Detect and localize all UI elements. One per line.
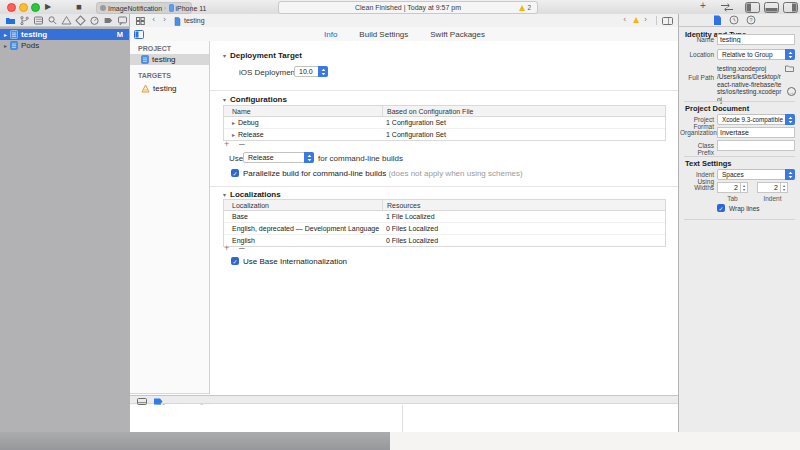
navigator-item-testing[interactable]: ▸ testing M bbox=[0, 29, 129, 40]
warning-badge[interactable]: 2 bbox=[519, 4, 531, 11]
add-localization-button[interactable]: + bbox=[224, 244, 229, 253]
disclosure-icon[interactable]: ▸ bbox=[4, 42, 7, 49]
remove-configuration-button[interactable]: − bbox=[238, 140, 246, 149]
targets-header: TARGETS bbox=[138, 72, 171, 79]
tab-swift-packages[interactable]: Swift Packages bbox=[430, 30, 485, 39]
disclosure-icon[interactable]: ▾ bbox=[223, 191, 226, 198]
debug-navigator-icon[interactable] bbox=[89, 15, 100, 26]
disclosure-icon[interactable]: ▸ bbox=[4, 31, 7, 38]
disclosure-icon[interactable]: ▸ bbox=[232, 119, 235, 126]
breakpoints-toggle-icon[interactable] bbox=[153, 398, 163, 405]
remove-localization-button[interactable]: − bbox=[238, 244, 246, 253]
project-item-testing[interactable]: testing bbox=[130, 54, 209, 65]
issue-warning-icon[interactable] bbox=[633, 17, 639, 23]
breakpoint-navigator-icon[interactable] bbox=[103, 15, 114, 26]
desktop-background-left bbox=[0, 432, 390, 450]
table-row[interactable]: English, deprecated — Development Langua… bbox=[224, 223, 665, 235]
toggle-navigator-button[interactable] bbox=[745, 2, 760, 13]
jump-bar-file[interactable]: testing bbox=[184, 17, 205, 24]
zoom-window-button[interactable] bbox=[31, 3, 40, 12]
target-item-testing[interactable]: testing bbox=[130, 83, 209, 94]
forward-button[interactable]: › bbox=[163, 14, 166, 26]
parallelize-checkbox[interactable]: ✓ bbox=[231, 169, 239, 177]
tab-width-stepper[interactable]: 2 ▴▾ bbox=[717, 182, 748, 193]
command-line-config-dropdown[interactable]: Release bbox=[243, 152, 314, 163]
history-inspector-icon[interactable] bbox=[729, 15, 739, 25]
folder-reveal-icon[interactable] bbox=[785, 64, 794, 72]
project-navigator-icon[interactable] bbox=[5, 15, 16, 26]
report-navigator-icon[interactable] bbox=[117, 15, 128, 26]
device-icon bbox=[169, 4, 174, 12]
wrap-lines-checkbox[interactable]: ✓ bbox=[717, 204, 725, 212]
find-navigator-icon[interactable] bbox=[47, 15, 58, 26]
file-inspector-icon[interactable] bbox=[713, 15, 722, 26]
dropdown-value: Spaces bbox=[722, 171, 744, 178]
localization-resources: 1 File Localized bbox=[382, 213, 665, 220]
indent-width-stepper[interactable]: 2 ▴▾ bbox=[757, 182, 788, 193]
previous-issue-button[interactable]: ‹ bbox=[623, 14, 626, 26]
stepper-arrows-icon[interactable]: ▴▾ bbox=[781, 182, 788, 193]
reveal-arrow-icon[interactable]: → bbox=[787, 87, 796, 96]
table-header: Name Based on Configuration File bbox=[224, 106, 665, 117]
tab-build-settings[interactable]: Build Settings bbox=[359, 30, 408, 39]
class-prefix-field[interactable] bbox=[717, 140, 795, 151]
project-format-dropdown[interactable]: Xcode 9.3-compatible bbox=[717, 114, 795, 125]
debug-console-pane[interactable] bbox=[403, 405, 679, 432]
stop-button[interactable]: ◼ bbox=[76, 2, 82, 12]
widths-label: Widths bbox=[680, 184, 714, 191]
chevron-right-icon: › bbox=[164, 2, 166, 14]
editor-focus-icon[interactable] bbox=[720, 3, 734, 12]
next-issue-button[interactable]: › bbox=[644, 14, 647, 26]
disclosure-icon[interactable]: ▾ bbox=[223, 96, 226, 103]
dropdown-value: Release bbox=[248, 154, 274, 161]
name-field[interactable] bbox=[717, 34, 795, 45]
scheme-selector[interactable]: ImageNotification › iPhone 11 bbox=[96, 2, 192, 14]
build-status-text: Clean Finished | Today at 9:57 pm bbox=[355, 4, 461, 11]
disclosure-icon[interactable]: ▾ bbox=[223, 52, 226, 59]
table-row[interactable]: Base 1 File Localized bbox=[224, 211, 665, 223]
ios-deployment-target-dropdown[interactable]: 10.0 bbox=[294, 66, 328, 77]
table-row[interactable]: English 0 Files Localized bbox=[224, 235, 665, 246]
divider bbox=[684, 156, 795, 157]
debug-variables-pane[interactable] bbox=[130, 405, 403, 432]
hide-debug-area-icon[interactable] bbox=[137, 398, 147, 405]
editor-jump-bar: ‹ › testing ‹ › bbox=[129, 14, 679, 28]
location-dropdown[interactable]: Relative to Group bbox=[717, 49, 795, 60]
organization-field[interactable] bbox=[717, 127, 795, 138]
toggle-debug-area-button[interactable] bbox=[764, 2, 779, 13]
table-row[interactable]: ▸Debug 1 Configuration Set bbox=[224, 117, 665, 129]
localizations-table: Localization Resources Base 1 File Local… bbox=[223, 199, 666, 247]
issue-navigator-icon[interactable] bbox=[61, 15, 72, 26]
test-navigator-icon[interactable] bbox=[75, 15, 86, 26]
warning-count: 2 bbox=[527, 4, 531, 11]
table-row[interactable]: ▸Release 1 Configuration Set bbox=[224, 129, 665, 140]
stepper-arrows-icon[interactable]: ▴▾ bbox=[741, 182, 748, 193]
source-control-navigator-icon[interactable] bbox=[19, 15, 30, 26]
symbol-navigator-icon[interactable] bbox=[33, 15, 44, 26]
dropdown-value: Xcode 9.3-compatible bbox=[722, 116, 783, 123]
disclosure-icon[interactable]: ▸ bbox=[232, 131, 235, 138]
toggle-inspector-button[interactable] bbox=[783, 2, 798, 13]
close-window-button[interactable] bbox=[7, 3, 16, 12]
section-configurations[interactable]: ▾ Configurations bbox=[223, 95, 287, 104]
parallelize-label: Parallelize build for command-line build… bbox=[243, 169, 523, 178]
section-localizations[interactable]: ▾ Localizations bbox=[223, 190, 281, 199]
quick-help-inspector-icon[interactable]: ? bbox=[746, 15, 756, 25]
indent-using-dropdown[interactable]: Spaces bbox=[717, 169, 795, 180]
indent-caption: Indent bbox=[757, 195, 788, 202]
add-editor-icon[interactable] bbox=[662, 17, 673, 25]
new-tab-button[interactable]: + bbox=[700, 1, 706, 11]
run-button[interactable]: ▶ bbox=[45, 2, 51, 12]
add-configuration-button[interactable]: + bbox=[224, 140, 229, 149]
navigator-item-pods[interactable]: ▸ Pods bbox=[0, 40, 129, 51]
back-button[interactable]: ‹ bbox=[152, 14, 155, 26]
tab-info[interactable]: Info bbox=[324, 30, 337, 39]
toolbar: ▶ ◼ ImageNotification › iPhone 11 Clean … bbox=[0, 0, 800, 15]
related-items-icon[interactable] bbox=[136, 17, 145, 25]
base-internationalization-checkbox[interactable]: ✓ bbox=[231, 257, 239, 265]
project-editor-header: Info Build Settings Swift Packages bbox=[130, 27, 679, 42]
section-title: Configurations bbox=[230, 95, 287, 104]
minimize-window-button[interactable] bbox=[19, 3, 28, 12]
section-deployment-target[interactable]: ▾ Deployment Target bbox=[223, 51, 302, 60]
section-title: Localizations bbox=[230, 190, 281, 199]
